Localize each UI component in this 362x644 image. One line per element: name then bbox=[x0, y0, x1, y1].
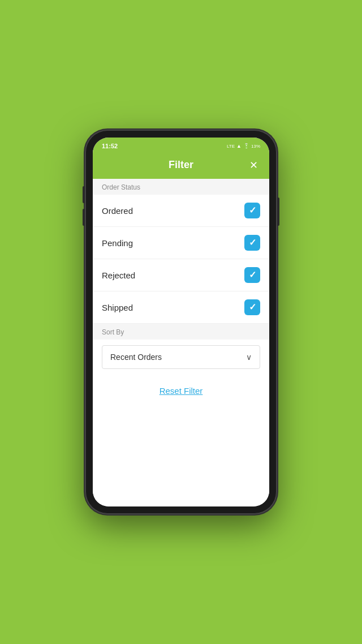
check-icon-ordered: ✓ bbox=[249, 206, 256, 215]
power-button[interactable] bbox=[277, 198, 279, 226]
filter-content: Order Status Ordered ✓ Pending ✓ Rejecte… bbox=[93, 179, 269, 506]
volume-down-button[interactable] bbox=[83, 209, 85, 226]
status-icons: LTE ▲ 🔋 13% bbox=[227, 143, 260, 149]
check-icon-rejected: ✓ bbox=[249, 271, 256, 280]
checkbox-rejected[interactable]: ✓ bbox=[244, 267, 260, 283]
check-icon-pending: ✓ bbox=[249, 238, 256, 247]
lte-icon: LTE bbox=[227, 144, 235, 149]
chevron-down-icon: ∨ bbox=[246, 353, 252, 362]
filter-label-pending: Pending bbox=[102, 238, 133, 248]
checkbox-shipped[interactable]: ✓ bbox=[244, 299, 260, 315]
check-icon-shipped: ✓ bbox=[249, 303, 256, 312]
reset-section: Reset Filter bbox=[93, 375, 269, 407]
order-status-section-header: Order Status bbox=[93, 179, 269, 195]
status-bar: 11:52 LTE ▲ 🔋 13% bbox=[93, 138, 269, 153]
filter-item-shipped[interactable]: Shipped ✓ bbox=[93, 291, 269, 324]
reset-filter-button[interactable]: Reset Filter bbox=[160, 386, 203, 396]
battery-icon: 🔋 bbox=[243, 143, 249, 149]
filter-label-rejected: Rejected bbox=[102, 271, 135, 280]
sort-by-dropdown[interactable]: Recent Orders ∨ bbox=[102, 345, 260, 369]
filter-label-shipped: Shipped bbox=[102, 303, 133, 312]
sort-by-section-header: Sort By bbox=[93, 324, 269, 340]
signal-bars-icon: ▲ bbox=[236, 143, 242, 149]
app-header: Filter ✕ bbox=[93, 153, 269, 179]
status-time: 11:52 bbox=[102, 143, 118, 149]
sort-by-selected: Recent Orders bbox=[110, 353, 162, 362]
phone-screen: 11:52 LTE ▲ 🔋 13% Filter ✕ Order Status … bbox=[93, 138, 269, 506]
volume-up-button[interactable] bbox=[83, 186, 85, 203]
battery-percent: 13% bbox=[251, 144, 260, 149]
checkbox-pending[interactable]: ✓ bbox=[244, 235, 260, 251]
filter-item-rejected[interactable]: Rejected ✓ bbox=[93, 259, 269, 291]
filter-label-ordered: Ordered bbox=[102, 206, 133, 216]
filter-item-ordered[interactable]: Ordered ✓ bbox=[93, 195, 269, 227]
phone-frame: 11:52 LTE ▲ 🔋 13% Filter ✕ Order Status … bbox=[85, 130, 277, 514]
close-button[interactable]: ✕ bbox=[247, 158, 260, 172]
header-title: Filter bbox=[169, 159, 193, 171]
checkbox-ordered[interactable]: ✓ bbox=[244, 203, 260, 218]
filter-item-pending[interactable]: Pending ✓ bbox=[93, 227, 269, 259]
